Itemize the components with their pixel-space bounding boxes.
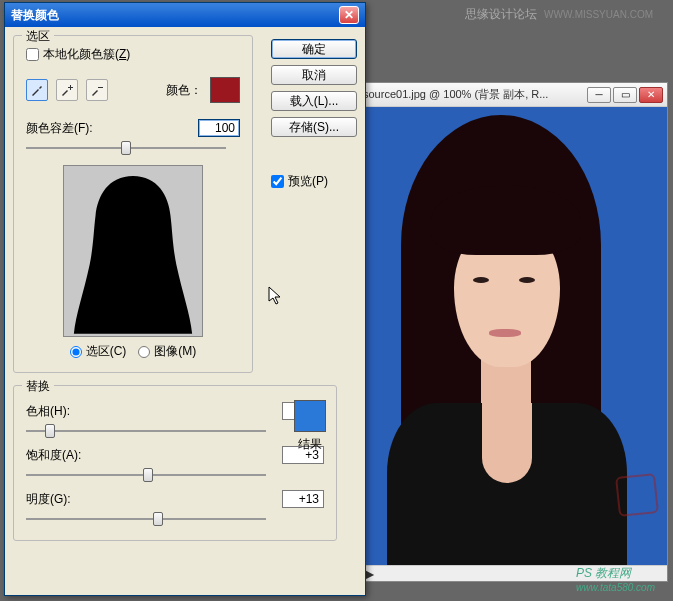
preview-checkbox-row[interactable]: 预览(P) <box>271 173 328 190</box>
dialog-titlebar[interactable]: 替换颜色 ✕ <box>5 3 365 27</box>
ok-button[interactable]: 确定 <box>271 39 357 59</box>
result-label: 结果 <box>298 437 322 451</box>
watermark-top-text: 思缘设计论坛 <box>465 7 537 21</box>
lightness-label: 明度(G): <box>26 491 106 508</box>
hue-label: 色相(H): <box>26 403 106 420</box>
radio-selection-input[interactable] <box>70 346 82 358</box>
watermark-top: 思缘设计论坛 WWW.MISSYUAN.COM <box>465 6 653 23</box>
watermark-top-url: WWW.MISSYUAN.COM <box>544 9 653 20</box>
eyedropper-add-icon[interactable] <box>56 79 78 101</box>
result-block: 结果 <box>294 400 326 453</box>
lightness-slider-thumb[interactable] <box>153 512 163 526</box>
selection-preview-image <box>63 165 203 337</box>
maximize-button[interactable]: ▭ <box>613 87 637 103</box>
preview-checkbox[interactable] <box>271 175 284 188</box>
saturation-slider-thumb[interactable] <box>143 468 153 482</box>
eyedropper-subtract-icon[interactable] <box>86 79 108 101</box>
result-color-swatch[interactable] <box>294 400 326 432</box>
hue-row: 色相(H): <box>26 402 324 420</box>
document-canvas[interactable] <box>359 107 667 565</box>
replace-color-dialog: 替换颜色 ✕ 确定 取消 载入(L)... 存储(S)... 预览(P) 选区 … <box>4 2 366 596</box>
saturation-slider[interactable] <box>26 466 266 484</box>
close-window-button[interactable]: ✕ <box>639 87 663 103</box>
localized-clusters-label: 本地化颜色簇(Z) <box>43 46 130 63</box>
saturation-label: 饱和度(A): <box>26 447 106 464</box>
lightness-row: 明度(G): <box>26 490 324 508</box>
preview-mode-radios: 选区(C) 图像(M) <box>26 343 240 360</box>
radio-selection[interactable]: 选区(C) <box>70 343 127 360</box>
fuzziness-slider-thumb[interactable] <box>121 141 131 155</box>
cancel-button[interactable]: 取消 <box>271 65 357 85</box>
watermark-bottom-url: www.tata580.com <box>576 582 655 593</box>
preview-label: 预览(P) <box>288 173 328 190</box>
dialog-button-column: 确定 取消 载入(L)... 存储(S)... <box>271 39 357 137</box>
localized-clusters-row[interactable]: 本地化颜色簇(Z) <box>26 46 240 63</box>
color-label: 颜色： <box>166 82 202 99</box>
window-buttons: ─ ▭ ✕ <box>587 87 663 103</box>
eyedropper-row: 颜色： <box>26 77 240 103</box>
fuzziness-input[interactable] <box>198 119 240 137</box>
lightness-input[interactable] <box>282 490 324 508</box>
saturation-row: 饱和度(A): <box>26 446 324 464</box>
minimize-button[interactable]: ─ <box>587 87 611 103</box>
document-titlebar: source01.jpg @ 100% (背景 副本, R... ─ ▭ ✕ <box>359 83 667 107</box>
watermark-bottom: PS 教程网 www.tata580.com <box>576 565 655 593</box>
load-button[interactable]: 载入(L)... <box>271 91 357 111</box>
selection-color-swatch[interactable] <box>210 77 240 103</box>
fuzziness-label: 颜色容差(F): <box>26 120 93 137</box>
dialog-title: 替换颜色 <box>11 7 339 24</box>
hue-slider-thumb[interactable] <box>45 424 55 438</box>
selection-group: 选区 本地化颜色簇(Z) 颜色： 颜色容差(F): <box>13 35 253 373</box>
statusbar-text: ▶ <box>365 567 374 581</box>
document-title: source01.jpg @ 100% (背景 副本, R... <box>363 87 587 102</box>
fuzziness-slider[interactable] <box>26 139 226 157</box>
selection-group-title: 选区 <box>22 28 54 45</box>
radio-image[interactable]: 图像(M) <box>138 343 196 360</box>
portrait-image <box>359 107 667 565</box>
eyedropper-icon[interactable] <box>26 79 48 101</box>
replace-group: 替换 结果 色相(H): 饱和度(A): <box>13 385 337 541</box>
radio-image-input[interactable] <box>138 346 150 358</box>
fuzziness-row: 颜色容差(F): <box>26 119 240 137</box>
lightness-slider[interactable] <box>26 510 266 528</box>
dialog-close-button[interactable]: ✕ <box>339 6 359 24</box>
localized-clusters-checkbox[interactable] <box>26 48 39 61</box>
replace-group-title: 替换 <box>22 378 54 395</box>
save-button[interactable]: 存储(S)... <box>271 117 357 137</box>
watermark-bottom-text: PS 教程网 <box>576 566 631 580</box>
hue-slider[interactable] <box>26 422 266 440</box>
document-window: source01.jpg @ 100% (背景 副本, R... ─ ▭ ✕ ▶ <box>358 82 668 582</box>
